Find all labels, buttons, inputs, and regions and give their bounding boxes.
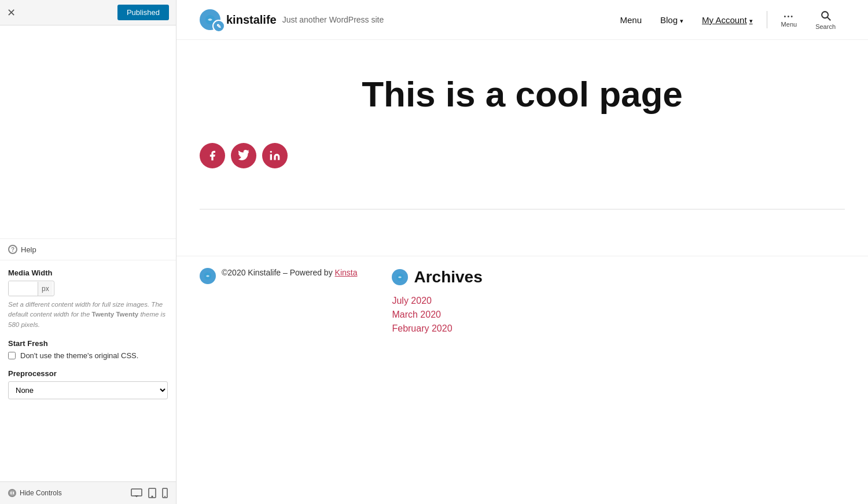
hide-controls-label: Hide Controls bbox=[20, 489, 62, 497]
right-preview: ✎ kinstalife Just another WordPress site… bbox=[176, 0, 868, 504]
preprocessor-label: Preprocessor bbox=[8, 369, 168, 378]
help-row[interactable]: ? Help bbox=[0, 239, 176, 260]
search-icon bbox=[819, 9, 832, 22]
preview-area bbox=[0, 25, 176, 239]
archives-logo bbox=[392, 269, 408, 285]
nav-menu[interactable]: Menu bbox=[611, 15, 652, 25]
svg-point-6 bbox=[152, 496, 153, 497]
social-icons bbox=[200, 143, 845, 186]
start-fresh-checkbox-row: Don't use the theme's original CSS. bbox=[8, 351, 168, 360]
svg-rect-2 bbox=[131, 489, 142, 496]
brand-tagline: Just another WordPress site bbox=[282, 15, 384, 24]
footer-kinsta-link[interactable]: Kinsta bbox=[335, 268, 358, 277]
site-brand: ✎ kinstalife Just another WordPress site bbox=[200, 9, 384, 30]
media-width-input-wrapper: px bbox=[8, 281, 54, 296]
archive-item-march-2020[interactable]: March 2020 bbox=[392, 310, 845, 320]
footer-copyright: ©2020 Kinstalife – Powered by Kinsta bbox=[222, 268, 357, 277]
brand-logo-edit-icon: ✎ bbox=[212, 20, 225, 32]
brand-logo: ✎ bbox=[200, 9, 220, 30]
linkedin-icon[interactable] bbox=[262, 143, 288, 168]
nav-search-label: Search bbox=[815, 23, 836, 30]
svg-point-10 bbox=[822, 12, 828, 18]
media-width-input[interactable] bbox=[9, 281, 38, 296]
nav-search[interactable]: Search bbox=[806, 9, 845, 30]
nav-my-account[interactable]: My Account bbox=[693, 15, 762, 25]
preprocessor-select[interactable]: None LESS Sass SCSS bbox=[8, 381, 168, 399]
bottom-bar: Hide Controls bbox=[0, 481, 176, 504]
nav-my-account-label: My Account bbox=[702, 15, 747, 25]
my-account-chevron-icon bbox=[749, 15, 753, 25]
archives-title: Archives bbox=[414, 268, 482, 286]
site-header: ✎ kinstalife Just another WordPress site… bbox=[176, 0, 868, 40]
preprocessor-group: Preprocessor None LESS Sass SCSS bbox=[8, 369, 168, 399]
media-width-group: Media Width px Set a different content w… bbox=[8, 268, 168, 330]
start-fresh-group: Start Fresh Don't use the theme's origin… bbox=[8, 339, 168, 360]
media-width-suffix: px bbox=[38, 282, 53, 296]
facebook-icon[interactable] bbox=[200, 143, 225, 168]
archive-item-feb-2020[interactable]: February 2020 bbox=[392, 323, 845, 334]
help-label: Help bbox=[21, 245, 36, 254]
site-nav: Menu Blog My Account ••• Menu Search bbox=[611, 9, 845, 30]
start-fresh-checkbox[interactable] bbox=[8, 352, 16, 359]
footer-left: ©2020 Kinstalife – Powered by Kinsta bbox=[200, 268, 357, 337]
controls-section: Media Width px Set a different content w… bbox=[0, 260, 176, 481]
footer-right: Archives July 2020 March 2020 February 2… bbox=[392, 268, 845, 337]
brand-name: kinstalife bbox=[226, 13, 277, 27]
mobile-icon[interactable] bbox=[162, 488, 168, 498]
close-button[interactable]: ✕ bbox=[7, 6, 16, 19]
archives-header: Archives bbox=[392, 268, 845, 286]
start-fresh-label: Start Fresh bbox=[8, 339, 168, 348]
media-width-hint: Set a different content width for full s… bbox=[8, 300, 168, 330]
dots-icon: ••• bbox=[784, 13, 795, 20]
blog-chevron-icon bbox=[680, 15, 683, 25]
svg-rect-12 bbox=[270, 154, 272, 160]
nav-blog[interactable]: Blog bbox=[651, 15, 693, 25]
start-fresh-checkbox-label: Don't use the theme's original CSS. bbox=[20, 351, 138, 360]
archive-item-july-2020[interactable]: July 2020 bbox=[392, 296, 845, 306]
page-title: This is a cool page bbox=[200, 75, 845, 114]
device-icons bbox=[131, 488, 168, 498]
nav-menu-dots-label: Menu bbox=[781, 21, 797, 28]
archives-list: July 2020 March 2020 February 2020 bbox=[392, 296, 845, 334]
main-content: This is a cool page bbox=[176, 40, 868, 256]
top-bar: ✕ Published bbox=[0, 0, 176, 25]
media-width-label: Media Width bbox=[8, 268, 168, 277]
nav-more-dots[interactable]: ••• Menu bbox=[772, 12, 807, 28]
twitter-icon[interactable] bbox=[231, 143, 256, 168]
hide-controls-icon bbox=[8, 489, 16, 497]
svg-line-11 bbox=[827, 17, 830, 21]
nav-blog-label: Blog bbox=[660, 15, 678, 25]
hide-controls-button[interactable]: Hide Controls bbox=[8, 489, 62, 497]
left-panel: ✕ Published ? Help Media Width px Set a … bbox=[0, 0, 176, 504]
desktop-icon[interactable] bbox=[131, 488, 142, 498]
hint-theme-name: Twenty Twenty bbox=[91, 311, 138, 318]
help-icon: ? bbox=[8, 245, 17, 254]
tablet-icon[interactable] bbox=[148, 488, 156, 498]
content-divider bbox=[200, 209, 845, 209]
svg-point-13 bbox=[270, 151, 272, 153]
footer-copyright-text: ©2020 Kinstalife – Powered by bbox=[222, 268, 335, 277]
site-footer: ©2020 Kinstalife – Powered by Kinsta Arc… bbox=[176, 256, 868, 349]
nav-divider bbox=[767, 11, 767, 28]
published-button[interactable]: Published bbox=[117, 5, 169, 20]
footer-logo bbox=[200, 268, 216, 284]
